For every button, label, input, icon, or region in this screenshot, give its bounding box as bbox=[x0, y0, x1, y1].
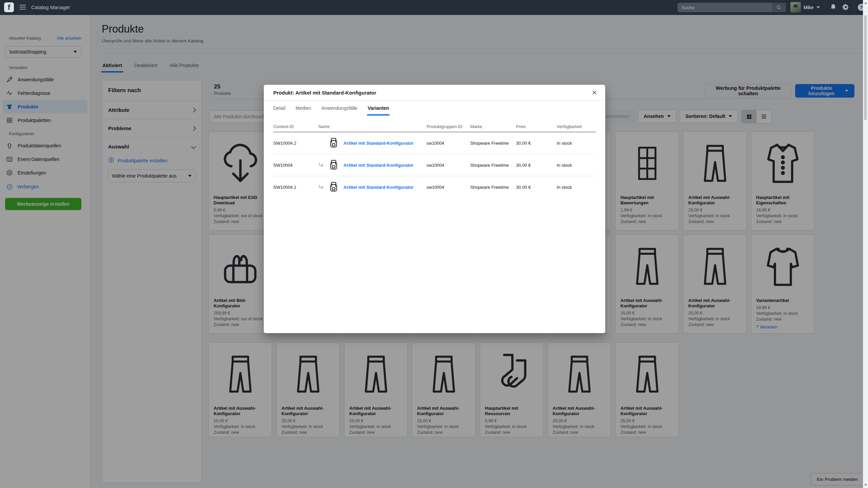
column-header: Produktgruppen-ID bbox=[427, 124, 470, 129]
backpack-icon bbox=[328, 180, 339, 195]
variant-row: SW10004 Artikel mit Standard-Konfigurato… bbox=[273, 154, 596, 176]
topbar-search-input[interactable] bbox=[677, 3, 772, 12]
topbar-search[interactable] bbox=[677, 3, 786, 12]
variant-name-link[interactable]: Artikel mit Standard-Konfigurator bbox=[343, 163, 414, 168]
variant-availability: In stock bbox=[557, 163, 596, 168]
variant-group-id: sw10004 bbox=[427, 185, 470, 190]
topbar: f Catalog Manager Mike ? bbox=[0, 0, 868, 15]
variant-price: 30,00 € bbox=[516, 141, 557, 146]
column-header: Content-ID bbox=[273, 124, 318, 129]
variant-content-id: SW10004.2 bbox=[273, 141, 318, 146]
scroll-up-icon[interactable] bbox=[864, 2, 867, 4]
variants-table-body: SW10004.2 Artikel mit Standard-Konfigura… bbox=[273, 132, 596, 198]
variant-row: SW10004.2 Artikel mit Standard-Konfigura… bbox=[273, 132, 596, 154]
variant-group-id: sw10004 bbox=[427, 141, 470, 146]
backpack-icon bbox=[328, 158, 339, 173]
variant-brand: Shopware Freetime bbox=[470, 185, 516, 190]
bell-icon[interactable] bbox=[830, 3, 837, 12]
facebook-logo-icon[interactable]: f bbox=[4, 2, 14, 12]
column-header: Verfügbarkeit bbox=[557, 124, 596, 129]
column-header: Preis bbox=[516, 124, 557, 129]
variant-name-link[interactable]: Artikel mit Standard-Konfigurator bbox=[343, 141, 414, 146]
variant-price: 30,00 € bbox=[516, 163, 557, 168]
variant-availability: In stock bbox=[557, 185, 596, 190]
modal-tabs: DetailMedienAnwendungsfälleVarianten bbox=[264, 101, 605, 116]
variant-brand: Shopware Freetime bbox=[470, 141, 516, 146]
modal-tab-detail[interactable]: Detail bbox=[273, 101, 285, 116]
variant-row: SW10004.1 Artikel mit Standard-Konfigura… bbox=[273, 176, 596, 198]
variant-availability: In stock bbox=[557, 141, 596, 146]
search-icon[interactable] bbox=[772, 3, 786, 12]
column-header: Name bbox=[318, 124, 427, 129]
child-elbow-icon bbox=[318, 162, 324, 168]
scrollbar-thumb[interactable] bbox=[864, 15, 867, 120]
product-modal: Produkt: Artikel mit Standard-Konfigurat… bbox=[264, 85, 605, 333]
child-elbow-icon bbox=[318, 184, 324, 190]
variant-content-id: SW10004.1 bbox=[273, 185, 318, 190]
variant-price: 30,00 € bbox=[516, 185, 557, 190]
user-name[interactable]: Mike bbox=[804, 5, 814, 10]
page-scrollbar[interactable] bbox=[863, 0, 868, 488]
app-root: Produkte Überprüfe und filtere alle Arti… bbox=[0, 0, 868, 488]
backpack-icon bbox=[328, 136, 339, 151]
modal-tab-medien[interactable]: Medien bbox=[296, 101, 311, 116]
variant-brand: Shopware Freetime bbox=[470, 163, 516, 168]
modal-tab-varianten[interactable]: Varianten bbox=[368, 101, 389, 116]
variants-table: Content-IDNameProduktgruppen-IDMarkePrei… bbox=[273, 122, 596, 198]
modal-title: Produkt: Artikel mit Standard-Konfigurat… bbox=[273, 90, 376, 96]
chevron-down-icon[interactable] bbox=[816, 6, 820, 8]
variant-group-id: sw10004 bbox=[427, 163, 470, 168]
hamburger-menu-icon[interactable] bbox=[20, 5, 26, 9]
variant-name-link[interactable]: Artikel mit Standard-Konfigurator bbox=[343, 185, 414, 190]
avatar[interactable] bbox=[790, 2, 801, 13]
variants-table-header: Content-IDNameProduktgruppen-IDMarkePrei… bbox=[273, 122, 596, 132]
gear-icon[interactable] bbox=[842, 3, 849, 12]
close-icon[interactable]: ✕ bbox=[592, 89, 597, 96]
app-title: Catalog Manager bbox=[31, 4, 70, 10]
scroll-down-icon[interactable] bbox=[864, 484, 867, 486]
variant-content-id: SW10004 bbox=[273, 163, 318, 168]
modal-tab-anwendungsfälle[interactable]: Anwendungsfälle bbox=[321, 101, 358, 116]
column-header: Marke bbox=[470, 124, 516, 129]
